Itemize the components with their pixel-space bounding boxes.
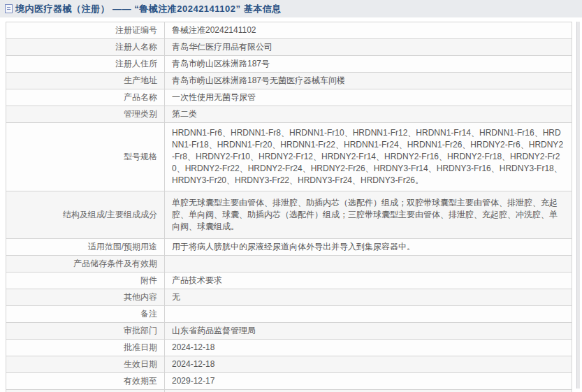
row-value: 2024-12-18 bbox=[165, 340, 572, 356]
table-row-other-content: 其他内容 无 bbox=[6, 289, 572, 306]
table-row-approval-date: 批准日期 2024-12-18 bbox=[6, 340, 572, 356]
row-label: 管理类别 bbox=[6, 106, 165, 123]
row-label: 产品名称 bbox=[6, 89, 165, 106]
table-row-expiry-date: 有效期至 2029-12-17 bbox=[6, 373, 572, 390]
row-label: 其他内容 bbox=[6, 289, 165, 306]
table-row-attachments: 附件 产品技术要求 bbox=[6, 273, 572, 289]
table-row-remarks: 备注 bbox=[6, 306, 572, 323]
row-value: 用于将病人膀胱中的尿液经尿道向体外导出并导入到集尿容器中。 bbox=[165, 239, 572, 256]
row-value bbox=[165, 306, 572, 323]
row-label: 适用范围/预期用途 bbox=[6, 239, 165, 256]
registration-info-table: 注册证编号 鲁械注准20242141102 注册人名称 青岛华仁医疗用品有限公司… bbox=[6, 22, 572, 392]
table-row-structure-composition: 结构及组成/主要组成成分 单腔无球囊型主要由管体、排泄腔、助插内芯（选配件）组成… bbox=[6, 191, 572, 239]
row-label: 型号规格 bbox=[6, 123, 165, 191]
row-value: 青岛市崂山区株洲路187号无菌医疗器械车间楼 bbox=[165, 73, 572, 89]
row-value: 产品技术要求 bbox=[165, 273, 572, 289]
row-value: 青岛华仁医疗用品有限公司 bbox=[165, 39, 572, 56]
row-label: 注册证编号 bbox=[6, 22, 165, 39]
row-label: 注册人名称 bbox=[6, 39, 165, 56]
table-row-model-specs: 型号规格 HRDNN1-Fr6、HRDNN1-Fr8、HRDNN1-Fr10、H… bbox=[6, 123, 572, 191]
row-label: 审批部门 bbox=[6, 323, 165, 340]
row-value: 单腔无球囊型主要由管体、排泄腔、助插内芯（选配件）组成；双腔带球囊型主要由管体、… bbox=[165, 191, 572, 239]
table-row-effective-date: 生效日期 2024-12-18 bbox=[6, 356, 572, 373]
row-label: 产品储存条件及有效期 bbox=[6, 256, 165, 273]
table-row-storage-conditions: 产品储存条件及有效期 bbox=[6, 256, 572, 273]
table-row-registrant-address: 注册人住所 青岛市崂山区株洲路187号 bbox=[6, 56, 572, 73]
table-row-approval-department: 审批部门 山东省药品监督管理局 bbox=[6, 323, 572, 340]
row-value bbox=[165, 256, 572, 273]
vertical-scrollbar[interactable] bbox=[576, 22, 580, 389]
row-label: 变更情况 bbox=[6, 390, 165, 392]
page-header: 境内医疗器械（注册） —— “鲁械注准20242141102” 基本信息 bbox=[0, 0, 582, 17]
row-value: 山东省药品监督管理局 bbox=[165, 323, 572, 340]
row-label: 生产地址 bbox=[6, 73, 165, 89]
row-label: 结构及组成/主要组成成分 bbox=[6, 191, 165, 239]
row-label: 有效期至 bbox=[6, 373, 165, 390]
table-row-product-name: 产品名称 一次性使用无菌导尿管 bbox=[6, 89, 572, 106]
row-value: HRDNN1-Fr6、HRDNN1-Fr8、HRDNN1-Fr10、HRDNN1… bbox=[165, 123, 572, 191]
row-label: 注册人住所 bbox=[6, 56, 165, 73]
row-label: 生效日期 bbox=[6, 356, 165, 373]
document-icon bbox=[5, 4, 13, 13]
row-value: 一次性使用无菌导尿管 bbox=[165, 89, 572, 106]
row-label: 附件 bbox=[6, 273, 165, 289]
row-value bbox=[165, 390, 572, 392]
table-row-registrant-name: 注册人名称 青岛华仁医疗用品有限公司 bbox=[6, 39, 572, 56]
row-value: 青岛市崂山区株洲路187号 bbox=[165, 56, 572, 73]
row-label: 批准日期 bbox=[6, 340, 165, 356]
row-value: 无 bbox=[165, 289, 572, 306]
table-row-reg-number: 注册证编号 鲁械注准20242141102 bbox=[6, 22, 572, 39]
row-value: 2029-12-17 bbox=[165, 373, 572, 390]
row-value: 第二类 bbox=[165, 106, 572, 123]
row-label: 备注 bbox=[6, 306, 165, 323]
table-row-production-address: 生产地址 青岛市崂山区株洲路187号无菌医疗器械车间楼 bbox=[6, 73, 572, 89]
table-row-change-status: 变更情况 bbox=[6, 390, 572, 392]
table-row-management-category: 管理类别 第二类 bbox=[6, 106, 572, 123]
row-value: 2024-12-18 bbox=[165, 356, 572, 373]
page-title: 境内医疗器械（注册） —— “鲁械注准20242141102” 基本信息 bbox=[15, 3, 282, 15]
row-value: 鲁械注准20242141102 bbox=[165, 22, 572, 39]
table-row-intended-use: 适用范围/预期用途 用于将病人膀胱中的尿液经尿道向体外导出并导入到集尿容器中。 bbox=[6, 239, 572, 256]
